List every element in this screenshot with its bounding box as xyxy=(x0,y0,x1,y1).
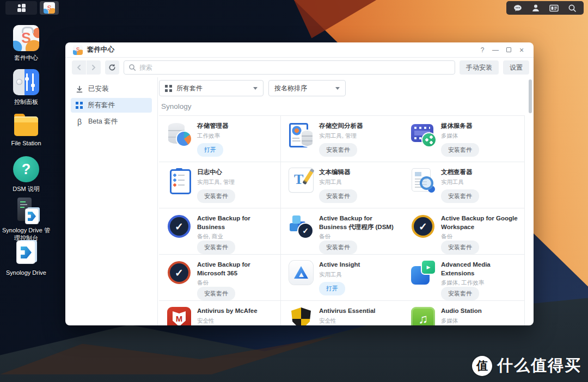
sort-dropdown[interactable]: 按名称排序 xyxy=(268,80,346,96)
package-action-button[interactable]: 安装套件 xyxy=(441,143,479,157)
package-card: 文本编辑器 实用工具 安装套件 xyxy=(281,162,403,208)
package-icon xyxy=(167,168,191,192)
minimize-icon[interactable]: — xyxy=(489,44,502,56)
desktop-icon-synology-drive[interactable]: Synology Drive xyxy=(2,240,51,277)
help-icon[interactable]: ? xyxy=(476,44,489,56)
chat-icon[interactable] xyxy=(513,3,523,13)
sort-dropdown-value: 按名称排序 xyxy=(274,84,307,93)
package-card: Active Backup for Microsoft 365 备份 安装套件 xyxy=(159,255,281,301)
window-controls: ? — × xyxy=(476,44,528,56)
window-titlebar[interactable]: 套件中心 ? — × xyxy=(65,42,534,58)
package-card: 日志中心 实用工具, 管理 安装套件 xyxy=(159,162,281,208)
package-action-button[interactable]: 安装套件 xyxy=(319,241,357,254)
package-category: 实用工具 xyxy=(441,178,479,186)
dsm-help-icon xyxy=(13,156,39,182)
taskbar-package-center-button[interactable] xyxy=(40,1,59,15)
package-icon xyxy=(411,168,435,192)
desktop-icon-label: File Station xyxy=(11,140,41,147)
desktop-icon-drive-admin[interactable]: Synology Drive 管理控制台 xyxy=(2,198,51,242)
smzdm-watermark-text: 什么值得买 xyxy=(497,355,581,377)
search-icon xyxy=(128,64,136,71)
package-category: 实用工具, 管理 xyxy=(319,132,363,140)
main-menu-button[interactable] xyxy=(5,1,37,15)
desktop-icon-file-station[interactable]: File Station xyxy=(2,112,51,147)
package-card: Active Backup for Business 备份, 商业 安装套件 xyxy=(159,208,281,255)
file-station-icon xyxy=(13,114,39,137)
category-dropdown[interactable]: 所有套件 xyxy=(159,80,264,96)
package-category: 工作效率 xyxy=(197,132,229,140)
desktop-icon-dsm-help[interactable]: DSM 说明 xyxy=(2,156,51,193)
desktop-icon-control-panel[interactable]: 控制面板 xyxy=(2,69,51,106)
package-category: 多媒体 xyxy=(441,132,479,140)
package-action-button[interactable]: 安装套件 xyxy=(319,189,357,203)
sidebar-item-label: Beta 套件 xyxy=(88,117,118,126)
grid-icon xyxy=(76,102,83,109)
package-action-button[interactable]: 打开 xyxy=(319,282,345,295)
search-icon[interactable] xyxy=(567,3,577,13)
settings-button[interactable]: 设置 xyxy=(503,60,529,75)
package-name: Active Insight xyxy=(319,261,360,269)
package-action-button[interactable]: 安装套件 xyxy=(441,287,479,300)
package-category: 实用工具, 管理 xyxy=(197,178,235,186)
package-name: 文档查看器 xyxy=(441,168,479,177)
package-card: Active Insight 实用工具 打开 xyxy=(281,255,403,301)
package-category: 安全性 xyxy=(197,317,258,325)
smzdm-watermark: 值 什么值得买 xyxy=(472,355,581,377)
smzdm-badge-icon: 值 xyxy=(472,356,492,376)
scrollbar-thumb[interactable] xyxy=(529,79,532,113)
widgets-icon[interactable] xyxy=(549,3,559,13)
maximize-icon[interactable] xyxy=(502,44,515,56)
package-card: 媒体服务器 多媒体 安装套件 xyxy=(403,116,525,162)
package-icon xyxy=(411,122,435,146)
package-action-button[interactable]: 安装套件 xyxy=(441,241,479,254)
package-card: Audio Station 多媒体 安装套件 xyxy=(403,301,525,325)
package-name: 存储管理器 xyxy=(197,122,229,131)
app-grid-icon xyxy=(17,4,26,12)
package-action-button[interactable]: 安装套件 xyxy=(197,189,235,203)
package-name: 媒体服务器 xyxy=(441,122,479,131)
grid-icon xyxy=(165,85,172,92)
package-action-button[interactable]: 安装套件 xyxy=(441,189,479,203)
package-name: Audio Station xyxy=(441,307,482,316)
chevron-right-icon xyxy=(91,65,96,70)
package-category: 备份 xyxy=(441,233,521,241)
package-card: 文档查看器 实用工具 安装套件 xyxy=(403,162,525,208)
section-title: Synology xyxy=(161,102,525,110)
package-icon xyxy=(411,261,435,285)
package-center-icon xyxy=(73,45,83,55)
package-action-button[interactable]: 打开 xyxy=(197,143,223,157)
window-toolbar: 手动安装 设置 xyxy=(65,58,534,77)
sidebar-item-beta[interactable]: Beta 套件 xyxy=(71,114,152,129)
refresh-button[interactable] xyxy=(105,60,119,75)
back-button[interactable] xyxy=(72,60,86,75)
package-category: 安全性 xyxy=(319,317,376,325)
package-name: Antivirus Essential xyxy=(319,307,376,316)
package-category: 备份 xyxy=(197,279,277,287)
manual-install-button[interactable]: 手动安装 xyxy=(460,60,499,75)
package-icon xyxy=(411,307,435,325)
package-action-button[interactable]: 安装套件 xyxy=(319,143,357,157)
window-title: 套件中心 xyxy=(87,45,114,54)
sidebar-item-installed[interactable]: 已安装 xyxy=(71,82,152,96)
forward-button[interactable] xyxy=(87,60,101,75)
synology-drive-icon xyxy=(13,240,39,266)
desktop: 套件中心 控制面板 File Station DSM 说明 Synology D… xyxy=(0,0,588,382)
category-dropdown-value: 所有套件 xyxy=(176,84,203,93)
sidebar-item-all-packages[interactable]: 所有套件 xyxy=(71,98,152,113)
package-action-button[interactable]: 安装套件 xyxy=(197,241,235,254)
chevron-down-icon xyxy=(335,87,340,90)
package-category: 实用工具 xyxy=(319,271,360,279)
package-icon xyxy=(289,261,313,285)
package-icon xyxy=(167,261,191,285)
close-icon[interactable]: × xyxy=(515,44,528,56)
package-name: 文本编辑器 xyxy=(319,168,357,177)
desktop-icon-package-center[interactable]: 套件中心 xyxy=(2,25,51,62)
user-icon[interactable] xyxy=(531,3,541,13)
package-card: Active Backup for Business 代理程序 (DSM) 备份… xyxy=(281,208,403,255)
search-input[interactable] xyxy=(139,64,450,71)
package-card: 存储管理器 工作效率 打开 xyxy=(159,116,281,162)
sidebar-item-label: 所有套件 xyxy=(88,101,115,110)
package-action-button[interactable]: 安装套件 xyxy=(197,287,235,300)
package-center-icon xyxy=(44,2,55,14)
package-category: 实用工具 xyxy=(319,178,357,186)
